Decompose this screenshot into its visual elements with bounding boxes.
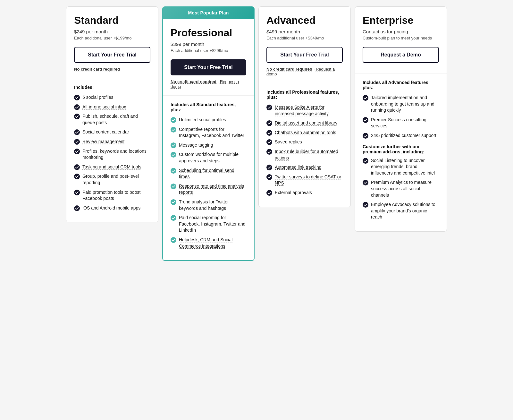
feature-item-standard-3: Social content calendar (74, 129, 150, 135)
feature-text-enterprise-1: Premier Success consulting services (371, 117, 439, 129)
check-icon-standard-4 (74, 139, 80, 145)
feature-text-advanced-2: Chatbots with automation tools (275, 130, 343, 136)
plan-name-professional: Professional (171, 27, 246, 39)
addon-feature-item-enterprise-1: Premium Analytics to measure success acr… (363, 179, 439, 198)
feature-text-advanced-7: External approvals (275, 190, 343, 196)
feature-text-professional-4: Scheduling for optimal send times (179, 167, 246, 180)
feature-item-advanced-0: Message Spike Alerts for increased messa… (266, 104, 343, 117)
svg-point-18 (171, 237, 176, 243)
svg-point-17 (171, 215, 176, 221)
feature-item-advanced-1: Digital asset and content library (266, 120, 343, 126)
features-title-standard: Includes: (74, 85, 150, 90)
feature-text-professional-7: Paid social reporting for Facebook, Inst… (179, 215, 246, 234)
svg-point-26 (266, 190, 272, 196)
check-icon-enterprise-0 (363, 95, 368, 101)
addon-feature-text-enterprise-2: Employee Advocacy solutions to amplify y… (371, 201, 439, 220)
plan-header-standard: Standard$249 per monthEach additional us… (66, 7, 158, 78)
cta-button-standard[interactable]: Start Your Free Trial (74, 47, 150, 63)
feature-item-standard-0: 5 social profiles (74, 94, 150, 101)
check-icon-professional-8 (171, 237, 176, 243)
svg-point-8 (74, 190, 80, 195)
cta-button-professional[interactable]: Start Your Free Trial (171, 59, 246, 75)
addon-check-icon-enterprise-1 (363, 180, 368, 185)
svg-point-6 (74, 164, 80, 170)
feature-item-professional-5: Response rate and time analysis reports (171, 183, 246, 196)
plan-note-standard: No credit card required (74, 67, 150, 72)
feature-item-standard-7: Group, profile and post-level reporting (74, 173, 150, 186)
feature-text-professional-5: Response rate and time analysis reports (179, 183, 246, 196)
feature-item-professional-7: Paid social reporting for Facebook, Inst… (171, 215, 246, 234)
feature-text-advanced-3: Saved replies (275, 139, 343, 145)
feature-item-standard-5: Profiles, keywords and locations monitor… (74, 148, 150, 161)
no-cc-label-professional: No credit card required (171, 79, 216, 84)
feature-text-standard-5: Profiles, keywords and locations monitor… (82, 148, 150, 161)
feature-text-advanced-0: Message Spike Alerts for increased messa… (275, 104, 343, 117)
svg-point-16 (171, 199, 176, 205)
svg-point-14 (171, 168, 176, 174)
addon-feature-text-enterprise-0: Social Listening to uncover emerging tre… (371, 158, 439, 176)
feature-item-standard-4: Review management (74, 139, 150, 145)
plan-header-professional: Professional$399 per monthEach additiona… (163, 19, 254, 96)
check-icon-standard-3 (74, 129, 80, 135)
plan-card-professional: Most Popular PlanProfessional$399 per mo… (162, 6, 255, 261)
plan-price-enterprise: Contact us for pricing (363, 29, 439, 34)
svg-point-29 (363, 133, 368, 139)
plan-features-standard: Includes: 5 social profiles All-in-one s… (66, 78, 158, 222)
feature-item-advanced-6: Twitter surveys to define CSAT or NPS (266, 174, 343, 186)
feature-item-professional-6: Trend analysis for Twitter keywords and … (171, 199, 246, 211)
feature-item-enterprise-1: Premier Success consulting services (363, 117, 439, 129)
svg-point-9 (74, 205, 80, 211)
feature-text-professional-3: Custom workflows for multiple approvers … (179, 151, 246, 164)
svg-point-19 (266, 105, 272, 110)
check-icon-advanced-7 (266, 190, 272, 196)
check-icon-advanced-3 (266, 139, 272, 145)
feature-item-professional-0: Unlimited social profiles (171, 117, 246, 123)
features-title-advanced: Includes all Professional features, plus… (266, 90, 343, 100)
feature-item-professional-8: Helpdesk, CRM and Social Commerce integr… (171, 237, 246, 249)
check-icon-advanced-1 (266, 120, 272, 126)
plan-header-enterprise: EnterpriseContact us for pricingCustom-b… (355, 7, 447, 73)
popular-badge: Most Popular Plan (163, 6, 254, 19)
feature-text-professional-6: Trend analysis for Twitter keywords and … (179, 199, 246, 211)
svg-point-27 (363, 95, 368, 101)
svg-point-12 (171, 142, 176, 148)
plan-card-enterprise: EnterpriseContact us for pricingCustom-b… (355, 6, 447, 232)
plan-card-advanced: Advanced$499 per monthEach additional us… (258, 6, 351, 207)
feature-text-standard-2: Publish, schedule, draft and queue posts (82, 113, 150, 126)
feature-text-advanced-1: Digital asset and content library (275, 120, 343, 126)
svg-point-0 (74, 95, 80, 100)
feature-text-professional-0: Unlimited social profiles (179, 117, 246, 123)
check-icon-enterprise-1 (363, 117, 368, 123)
feature-text-enterprise-2: 24/5 prioritized customer support (371, 133, 439, 139)
plan-name-advanced: Advanced (266, 14, 343, 26)
check-icon-standard-7 (74, 174, 80, 179)
feature-item-enterprise-0: Tailored implementation and onboarding t… (363, 95, 439, 114)
addon-feature-item-enterprise-2: Employee Advocacy solutions to amplify y… (363, 201, 439, 220)
feature-text-standard-4: Review management (82, 139, 150, 145)
feature-text-standard-8: Paid promotion tools to boost Facebook p… (82, 189, 150, 202)
feature-text-standard-7: Group, profile and post-level reporting (82, 173, 150, 186)
feature-item-professional-4: Scheduling for optimal send times (171, 167, 246, 180)
svg-point-21 (266, 130, 272, 136)
cta-button-enterprise[interactable]: Request a Demo (363, 47, 439, 63)
feature-text-professional-8: Helpdesk, CRM and Social Commerce integr… (179, 237, 246, 249)
check-icon-professional-3 (171, 152, 176, 158)
feature-item-enterprise-2: 24/5 prioritized customer support (363, 133, 439, 139)
check-icon-professional-2 (171, 142, 176, 148)
check-icon-professional-6 (171, 199, 176, 205)
plan-features-enterprise: Includes all Advanced features, plus: Ta… (355, 73, 447, 231)
feature-item-advanced-5: Automated link tracking (266, 164, 343, 171)
no-cc-label-standard: No credit card required (74, 67, 120, 72)
cta-button-advanced[interactable]: Start Your Free Trial (266, 47, 343, 63)
svg-point-32 (363, 202, 368, 208)
check-icon-standard-9 (74, 205, 80, 211)
check-icon-advanced-2 (266, 130, 272, 136)
pricing-grid: Standard$249 per monthEach additional us… (64, 6, 449, 261)
check-icon-standard-0 (74, 95, 80, 100)
plan-additional-standard: Each additional user +$199/mo (74, 36, 150, 40)
feature-item-professional-3: Custom workflows for multiple approvers … (171, 151, 246, 164)
feature-item-advanced-7: External approvals (266, 190, 343, 196)
check-icon-standard-5 (74, 149, 80, 154)
check-icon-professional-1 (171, 127, 176, 133)
feature-item-advanced-4: Inbox rule builder for automated actions (266, 149, 343, 161)
